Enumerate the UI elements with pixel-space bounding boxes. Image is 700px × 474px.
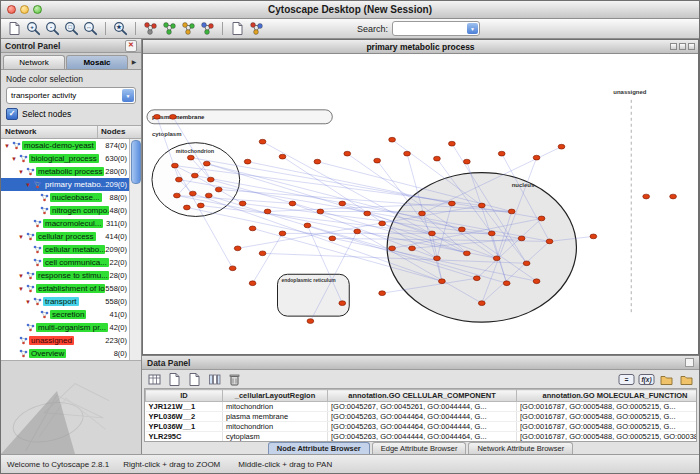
- graph-node[interactable]: [643, 194, 650, 199]
- select-columns-icon[interactable]: [206, 371, 223, 388]
- graph-node[interactable]: [244, 159, 251, 164]
- graph-node[interactable]: [533, 155, 540, 160]
- delete-attribute-icon[interactable]: [226, 371, 243, 388]
- table-cell[interactable]: [GO:0045267, GO:0045261, GO:0044444, G..…: [328, 402, 517, 412]
- graph-node[interactable]: [229, 266, 236, 271]
- graph-node[interactable]: [389, 137, 396, 142]
- graph-node[interactable]: [189, 191, 196, 196]
- select-nodes-row[interactable]: ✓ Select nodes: [1, 104, 141, 125]
- table-cell[interactable]: [GO:0016787, GO:0005488, GO:0005215, G..…: [517, 412, 698, 422]
- graph-node[interactable]: [205, 193, 212, 198]
- column-header[interactable]: _cellularLayoutRegion: [223, 390, 328, 402]
- graph-node[interactable]: [259, 251, 266, 256]
- node-color-select[interactable]: transporter activity ▼: [6, 87, 136, 104]
- tree-row[interactable]: ▼response to stimu...28(0): [1, 269, 141, 282]
- tree-row[interactable]: ▼transport558(0): [1, 295, 141, 308]
- graph-node[interactable]: [374, 158, 381, 163]
- graph-node[interactable]: [339, 301, 346, 306]
- show-graphics-details-icon[interactable]: ★: [112, 20, 129, 37]
- graph-node[interactable]: [175, 177, 182, 182]
- graph-node[interactable]: [546, 239, 553, 244]
- select-first-neighbors-icon[interactable]: [180, 20, 197, 37]
- graph-node[interactable]: [379, 291, 386, 296]
- tree-row[interactable]: nucleobase...88(0): [1, 191, 141, 204]
- graph-node[interactable]: [463, 251, 470, 256]
- graph-node[interactable]: [488, 231, 495, 236]
- graph-node[interactable]: [558, 144, 565, 149]
- graph-node[interactable]: [434, 256, 441, 261]
- id-cell[interactable]: YPL036W__1: [146, 422, 223, 432]
- column-header[interactable]: annotation.GO MOLECULAR_FUNCTION: [517, 390, 698, 402]
- search-box[interactable]: ▼: [392, 21, 480, 36]
- rotate-network-icon[interactable]: [199, 20, 216, 37]
- graph-node[interactable]: [215, 187, 222, 192]
- tree-expander-icon[interactable]: ▼: [18, 273, 26, 279]
- tree-expander-icon[interactable]: ▼: [25, 299, 33, 305]
- graph-node[interactable]: [264, 209, 271, 214]
- new-document-icon[interactable]: [6, 20, 23, 37]
- graph-node[interactable]: [478, 203, 485, 208]
- search-input[interactable]: [393, 23, 467, 34]
- graph-node[interactable]: [170, 114, 177, 119]
- select-attributes-icon[interactable]: [146, 371, 163, 388]
- frame-close-icon[interactable]: [688, 43, 695, 50]
- control-panel-close-icon[interactable]: ✕: [125, 40, 137, 52]
- graph-node[interactable]: [498, 151, 505, 156]
- graph-node[interactable]: [203, 161, 210, 166]
- table-cell[interactable]: [GO:0045263, GO:0044464, GO:0044444, G..…: [328, 412, 517, 422]
- zoom-window-icon[interactable]: [33, 5, 42, 14]
- graph-node[interactable]: [249, 281, 256, 286]
- graph-node[interactable]: [259, 139, 266, 144]
- graph-node[interactable]: [409, 246, 416, 251]
- graph-node[interactable]: [448, 141, 455, 146]
- graph-node[interactable]: [364, 211, 371, 216]
- id-cell[interactable]: YPL036W__2: [146, 412, 223, 422]
- network-canvas[interactable]: plasma membranecytoplasmmitochondrionnuc…: [143, 54, 698, 354]
- tree-expander-icon[interactable]: ▼: [11, 156, 19, 162]
- create-attribute-icon[interactable]: [166, 371, 183, 388]
- network-view-titlebar[interactable]: primary metabolic process: [143, 40, 698, 54]
- tab-network-attribute-browser[interactable]: Network Attribute Browser: [468, 442, 573, 454]
- graph-node[interactable]: [538, 216, 545, 221]
- tab-mosaic[interactable]: Mosaic: [66, 55, 128, 69]
- table-row[interactable]: YLR295Ccytoplasm[GO:0045263, GO:0044444,…: [146, 432, 698, 442]
- graph-node[interactable]: [463, 159, 470, 164]
- graph-edge[interactable]: [248, 162, 452, 204]
- graph-node[interactable]: [404, 151, 411, 156]
- table-cell[interactable]: mitochondrion: [223, 402, 328, 412]
- graph-node[interactable]: [234, 246, 241, 251]
- graph-node[interactable]: [173, 193, 180, 198]
- graph-node[interactable]: [197, 203, 204, 208]
- graph-node[interactable]: [379, 221, 386, 226]
- tree-row[interactable]: nitrogen compo...48(0): [1, 204, 141, 217]
- tree-row[interactable]: macromolecul...311(0): [1, 217, 141, 230]
- graph-node[interactable]: [473, 276, 480, 281]
- tab-node-attribute-browser[interactable]: Node Attribute Browser: [268, 442, 370, 454]
- tree-expander-icon[interactable]: ▼: [18, 286, 26, 292]
- tree-expander-icon[interactable]: ▼: [4, 143, 12, 149]
- graph-node[interactable]: [249, 226, 256, 231]
- graph-node[interactable]: [389, 246, 396, 251]
- table-cell[interactable]: [GO:0045263, GO:0044464, GO:0044444, G..…: [328, 422, 517, 432]
- tree-row[interactable]: cell communica...22(0): [1, 256, 141, 269]
- table-cell[interactable]: [GO:0016787, GO:0005488, GO:0005215, G..…: [517, 422, 698, 432]
- graph-node[interactable]: [187, 155, 194, 160]
- graph-node[interactable]: [670, 194, 677, 199]
- graph-node[interactable]: [419, 211, 426, 216]
- graph-node[interactable]: [279, 154, 286, 159]
- graph-node[interactable]: [314, 159, 321, 164]
- graph-node[interactable]: [429, 231, 436, 236]
- tab-network[interactable]: Network: [3, 55, 65, 69]
- tab-edge-attribute-browser[interactable]: Edge Attribute Browser: [372, 442, 467, 454]
- tree-expander-icon[interactable]: ▼: [18, 169, 26, 175]
- column-header[interactable]: annotation.GO CELLULAR_COMPONENT: [328, 390, 517, 402]
- graph-node[interactable]: [533, 279, 540, 284]
- id-cell[interactable]: YJR121W__1: [146, 402, 223, 412]
- graph-node[interactable]: [354, 229, 361, 234]
- graph-node[interactable]: [171, 163, 178, 168]
- graph-node[interactable]: [503, 281, 510, 286]
- graph-node[interactable]: [279, 231, 286, 236]
- tree-column-nodes[interactable]: Nodes: [98, 126, 141, 138]
- tab-overflow-icon[interactable]: ▶: [129, 56, 139, 69]
- tree-column-network[interactable]: Network: [1, 126, 98, 138]
